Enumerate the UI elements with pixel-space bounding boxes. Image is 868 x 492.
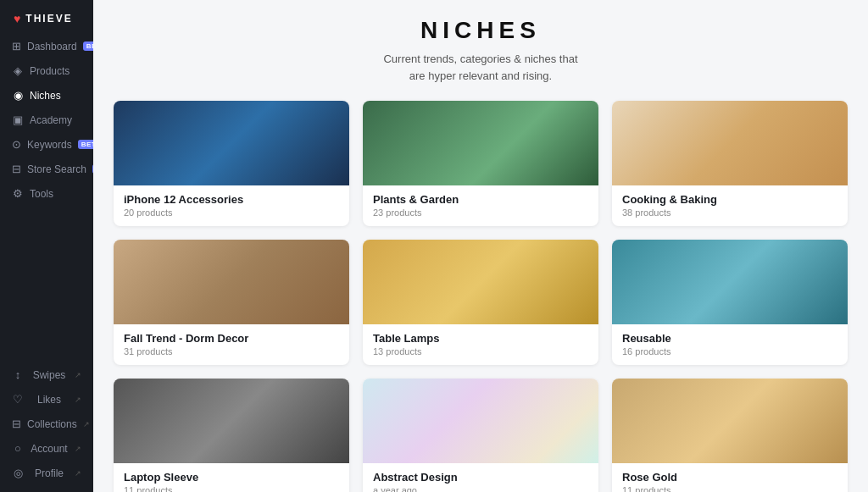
card-body-plants-garden: Plants & Garden 23 products [363, 185, 598, 226]
card-body-table-lamps: Table Lamps 13 products [363, 324, 598, 365]
page-title: Niches [114, 17, 848, 44]
sidebar-label-academy: Academy [30, 114, 72, 126]
card-body-laptop-sleeve: Laptop Sleeve 11 products [114, 463, 349, 492]
card-image-cooking-baking [612, 101, 848, 185]
niche-card-cooking-baking[interactable]: Cooking & Baking 38 products [612, 101, 848, 226]
niche-card-reusable[interactable]: Reusable 16 products [612, 240, 848, 365]
sidebar-item-dashboard[interactable]: ⊞ Dashboard BETA [0, 34, 93, 58]
niches-grid: iPhone 12 Accessories 20 products Plants… [114, 101, 848, 492]
card-body-abstract-design: Abstract Design a year ago [363, 463, 598, 492]
card-title-cooking-baking: Cooking & Baking [622, 193, 837, 206]
card-body-rose-gold: Rose Gold 11 products [612, 463, 848, 492]
niche-card-laptop-sleeve[interactable]: Laptop Sleeve 11 products [114, 379, 349, 492]
external-link-icon: ↗ [75, 469, 81, 478]
external-link-icon: ↗ [83, 420, 90, 428]
dashboard-icon: ⊞ [12, 40, 21, 53]
sidebar-item-products[interactable]: ◈ Products [0, 58, 93, 83]
card-meta-laptop-sleeve: 11 products [124, 485, 339, 492]
card-body-cooking-baking: Cooking & Baking 38 products [612, 185, 848, 226]
sidebar-item-collections[interactable]: ⊟ Collections ↗ [0, 412, 93, 436]
niche-card-abstract-design[interactable]: Abstract Design a year ago [363, 379, 598, 492]
sidebar-item-keywords[interactable]: ⊙ Keywords BETA [0, 132, 93, 157]
sidebar-label-profile: Profile [35, 467, 64, 479]
card-image-fall-trend-dorm-decor [114, 240, 349, 324]
card-image-table-lamps [363, 240, 598, 324]
sidebar-item-tools[interactable]: ⚙ Tools [0, 181, 93, 206]
sidebar-label-niches: Niches [30, 90, 61, 102]
badge-dashboard: BETA [83, 41, 93, 51]
sidebar-label-dashboard: Dashboard [27, 41, 77, 53]
card-meta-rose-gold: 11 products [622, 485, 837, 492]
card-meta-reusable: 16 products [622, 346, 837, 357]
card-image-plants-garden [363, 101, 598, 185]
card-image-abstract-design [363, 379, 598, 463]
card-title-rose-gold: Rose Gold [622, 471, 837, 484]
card-meta-iphone-12-accessories: 20 products [124, 207, 339, 218]
card-body-iphone-12-accessories: iPhone 12 Accessories 20 products [114, 185, 349, 226]
academy-icon: ▣ [12, 113, 24, 126]
card-meta-plants-garden: 23 products [373, 207, 588, 218]
card-meta-abstract-design: a year ago [373, 485, 588, 492]
card-title-fall-trend-dorm-decor: Fall Trend - Dorm Decor [124, 332, 339, 345]
sidebar-label-swipes: Swipes [33, 369, 66, 381]
sidebar-label-products: Products [30, 65, 70, 77]
sidebar-item-account[interactable]: ○ Account ↗ [0, 436, 93, 461]
sidebar-label-store-search: Store Search [27, 163, 86, 175]
badge-keywords: BETA [78, 140, 93, 149]
external-link-icon: ↗ [75, 445, 81, 453]
card-meta-fall-trend-dorm-decor: 31 products [124, 346, 339, 357]
card-title-reusable: Reusable [622, 332, 837, 345]
badge-store-search: BETA [92, 164, 93, 174]
niche-card-rose-gold[interactable]: Rose Gold 11 products [612, 379, 848, 492]
sidebar-label-likes: Likes [37, 394, 61, 406]
sidebar-label-keywords: Keywords [27, 139, 72, 151]
external-link-icon: ↗ [75, 371, 81, 379]
logo-heart-icon: ♥ [14, 12, 20, 25]
profile-icon: ◎ [12, 467, 24, 479]
page-header: Niches Current trends, categories & nich… [114, 17, 848, 84]
keywords-icon: ⊙ [12, 138, 21, 151]
main-content: Niches Current trends, categories & nich… [93, 0, 868, 492]
logo: ♥ THIEVE [0, 0, 86, 34]
sidebar-item-niches[interactable]: ◉ Niches [0, 83, 93, 108]
niches-icon: ◉ [12, 89, 24, 102]
card-title-iphone-12-accessories: iPhone 12 Accessories [124, 193, 339, 206]
card-image-rose-gold [612, 379, 848, 463]
card-body-reusable: Reusable 16 products [612, 324, 848, 365]
niche-card-iphone-12-accessories[interactable]: iPhone 12 Accessories 20 products [114, 101, 349, 226]
card-title-plants-garden: Plants & Garden [373, 193, 588, 206]
sidebar-item-likes[interactable]: ♡ Likes ↗ [0, 387, 93, 412]
niche-card-table-lamps[interactable]: Table Lamps 13 products [363, 240, 598, 365]
niche-card-fall-trend-dorm-decor[interactable]: Fall Trend - Dorm Decor 31 products [114, 240, 349, 365]
sidebar-label-account: Account [31, 443, 67, 455]
sidebar: ♥ THIEVE ⊞ Dashboard BETA ◈ Products ◉ N… [0, 0, 93, 492]
sidebar-item-academy[interactable]: ▣ Academy [0, 108, 93, 132]
tools-icon: ⚙ [12, 187, 24, 200]
products-icon: ◈ [12, 64, 24, 77]
swipes-icon: ↕ [12, 368, 24, 381]
sidebar-label-tools: Tools [30, 188, 53, 200]
sidebar-item-store-search[interactable]: ⊟ Store Search BETA [0, 157, 93, 181]
sidebar-label-collections: Collections [27, 418, 77, 430]
card-meta-cooking-baking: 38 products [622, 207, 837, 218]
sidebar-item-profile[interactable]: ◎ Profile ↗ [0, 461, 93, 485]
card-image-iphone-12-accessories [114, 101, 349, 185]
external-link-icon: ↗ [75, 395, 81, 404]
logo-text: THIEVE [25, 13, 72, 25]
niche-card-plants-garden[interactable]: Plants & Garden 23 products [363, 101, 598, 226]
card-meta-table-lamps: 13 products [373, 346, 588, 357]
card-image-laptop-sleeve [114, 379, 349, 463]
sidebar-bottom: ↕ Swipes ↗ ♡ Likes ↗ ⊟ Collections ↗ ○ A… [0, 362, 93, 492]
card-body-fall-trend-dorm-decor: Fall Trend - Dorm Decor 31 products [114, 324, 349, 365]
card-title-abstract-design: Abstract Design [373, 471, 588, 484]
store-search-icon: ⊟ [12, 163, 21, 175]
card-image-reusable [612, 240, 848, 324]
likes-icon: ♡ [12, 393, 24, 406]
account-icon: ○ [12, 442, 24, 455]
sidebar-item-swipes[interactable]: ↕ Swipes ↗ [0, 362, 93, 387]
collections-icon: ⊟ [12, 417, 21, 430]
page-subtitle: Current trends, categories & niches that… [114, 51, 848, 84]
card-title-laptop-sleeve: Laptop Sleeve [124, 471, 339, 484]
card-title-table-lamps: Table Lamps [373, 332, 588, 345]
main-nav: ⊞ Dashboard BETA ◈ Products ◉ Niches ▣ A… [0, 34, 93, 362]
